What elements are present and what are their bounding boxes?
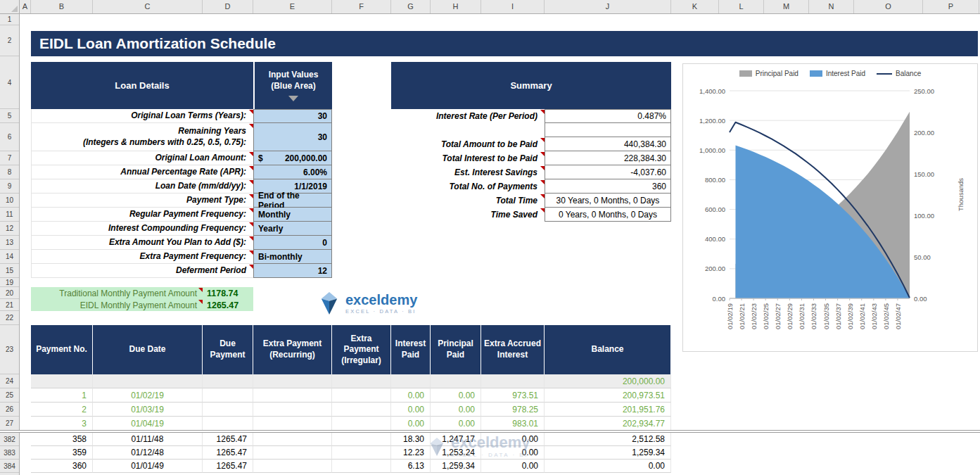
dropdown-arrow-icon[interactable] xyxy=(288,96,298,101)
summary-value[interactable]: 440,384.30 xyxy=(545,137,671,151)
row-header-22[interactable]: 22 xyxy=(0,311,19,325)
summary-value[interactable]: 0 Years, 0 Months, 0 Days xyxy=(545,208,671,222)
table-cell[interactable]: 0.00 xyxy=(481,446,545,460)
table-cell[interactable]: 200,000.00 xyxy=(545,374,671,388)
table-header-principal-paid[interactable]: Principal Paid xyxy=(431,325,481,374)
table-cell[interactable] xyxy=(203,374,253,388)
loan-detail-input[interactable]: Bi-monthly xyxy=(253,250,332,264)
table-header-interest-paid[interactable]: Interest Paid xyxy=(391,325,431,374)
summary-value[interactable] xyxy=(545,123,671,137)
table-cell[interactable] xyxy=(332,388,391,403)
summary-value[interactable]: 360 xyxy=(545,179,671,194)
table-cell[interactable]: 6.13 xyxy=(391,460,431,473)
table-header-payment-no-[interactable]: Payment No. xyxy=(31,325,93,374)
table-cell[interactable] xyxy=(253,433,332,446)
table-cell[interactable]: 0.00 xyxy=(431,388,481,403)
column-header-o[interactable]: O xyxy=(854,0,923,13)
table-cell[interactable] xyxy=(391,374,431,388)
row-header-13[interactable]: 13 xyxy=(0,236,19,250)
table-cell[interactable]: 358 xyxy=(31,433,93,446)
table-cell[interactable]: 201,951.76 xyxy=(545,403,671,417)
table-cell[interactable]: 0.00 xyxy=(431,403,481,417)
row-header-14[interactable]: 14 xyxy=(0,250,19,264)
column-header-l[interactable]: L xyxy=(719,0,764,13)
table-cell[interactable]: 360 xyxy=(31,460,93,473)
row-header-26[interactable]: 26 xyxy=(0,403,19,417)
table-cell[interactable]: 1,259.34 xyxy=(545,446,671,460)
row-header-12[interactable]: 12 xyxy=(0,222,19,236)
table-cell[interactable]: 2 xyxy=(31,403,93,417)
column-header-e[interactable]: E xyxy=(253,0,332,13)
column-header-n[interactable]: N xyxy=(809,0,854,13)
summary-value[interactable]: -4,037.60 xyxy=(545,165,671,179)
table-cell[interactable]: 0.00 xyxy=(391,388,431,403)
table-cell[interactable] xyxy=(431,374,481,388)
column-header-h[interactable]: H xyxy=(431,0,481,13)
monthly-payment-value[interactable]: 1265.47 xyxy=(203,299,253,311)
row-header-23[interactable]: 23 xyxy=(0,325,19,374)
table-cell[interactable]: 3 xyxy=(31,417,93,431)
table-cell[interactable]: 978.25 xyxy=(481,403,545,417)
table-cell[interactable] xyxy=(31,374,93,388)
table-cell[interactable]: 359 xyxy=(31,446,93,460)
row-header-9[interactable]: 9 xyxy=(0,179,19,194)
row-header-20[interactable]: 20 xyxy=(0,287,19,299)
table-cell[interactable]: 1,259.34 xyxy=(431,460,481,473)
summary-value[interactable]: 228,384.30 xyxy=(545,151,671,165)
table-cell[interactable]: 200,973.51 xyxy=(545,388,671,403)
table-cell[interactable] xyxy=(253,403,332,417)
table-cell[interactable]: 01/01/49 xyxy=(93,460,203,473)
table-cell[interactable]: 0.00 xyxy=(391,403,431,417)
column-header-g[interactable]: G xyxy=(391,0,431,13)
loan-detail-input[interactable]: Yearly xyxy=(253,222,332,236)
row-header-15[interactable]: 15 xyxy=(0,264,19,278)
row-header-27[interactable]: 27 xyxy=(0,417,19,431)
table-header-balance[interactable]: Balance xyxy=(545,325,671,374)
table-cell[interactable]: 01/04/19 xyxy=(93,417,203,431)
select-all-corner[interactable] xyxy=(0,0,20,14)
table-cell[interactable] xyxy=(253,460,332,473)
table-cell[interactable] xyxy=(332,374,391,388)
amortization-chart[interactable]: Principal PaidInterest PaidBalance 0.002… xyxy=(682,63,978,352)
table-cell[interactable] xyxy=(332,446,391,460)
row-header-24[interactable]: 24 xyxy=(0,374,19,388)
table-cell[interactable]: 1,253.24 xyxy=(431,446,481,460)
table-cell[interactable]: 0.00 xyxy=(481,460,545,473)
row-header-384[interactable]: 384 xyxy=(0,460,19,473)
table-cell[interactable]: 0.00 xyxy=(431,417,481,431)
column-header-m[interactable]: M xyxy=(764,0,809,13)
loan-detail-input[interactable]: 30 xyxy=(253,123,332,151)
table-cell[interactable] xyxy=(203,403,253,417)
row-header-382[interactable]: 382 xyxy=(0,433,19,446)
loan-detail-input[interactable]: 6.00% xyxy=(253,165,332,179)
table-header-extra-payment-irregular-[interactable]: Extra Payment (Irregular) xyxy=(332,325,391,374)
table-cell[interactable]: 0.00 xyxy=(481,433,545,446)
row-header-19[interactable]: 19 xyxy=(0,278,19,287)
row-header-6[interactable]: 6 xyxy=(0,123,19,151)
column-header-p[interactable]: P xyxy=(923,0,979,13)
row-header-7[interactable]: 7 xyxy=(0,151,19,165)
loan-detail-input[interactable]: $200,000.00 xyxy=(253,151,332,165)
summary-value[interactable]: 30 Years, 0 Months, 0 Days xyxy=(545,194,671,208)
table-cell[interactable]: 973.51 xyxy=(481,388,545,403)
column-header-i[interactable]: I xyxy=(481,0,545,13)
monthly-payment-value[interactable]: 1178.74 xyxy=(203,287,253,299)
summary-value[interactable]: 0.487% xyxy=(545,109,671,123)
row-header-25[interactable]: 25 xyxy=(0,388,19,403)
row-header-10[interactable]: 10 xyxy=(0,194,19,208)
table-cell[interactable] xyxy=(253,417,332,431)
table-cell[interactable] xyxy=(253,388,332,403)
table-cell[interactable]: 0.00 xyxy=(391,417,431,431)
table-cell[interactable]: 01/02/19 xyxy=(93,388,203,403)
column-header-b[interactable]: B xyxy=(31,0,93,13)
loan-detail-input[interactable]: 0 xyxy=(253,236,332,250)
table-cell[interactable]: 01/11/48 xyxy=(93,433,203,446)
table-cell[interactable] xyxy=(481,374,545,388)
table-header-extra-payment-recurring-[interactable]: Extra Payment (Recurring) xyxy=(253,325,332,374)
table-cell[interactable]: 983.01 xyxy=(481,417,545,431)
row-header-383[interactable]: 383 xyxy=(0,446,19,460)
loan-detail-input[interactable]: 30 xyxy=(253,109,332,123)
table-cell[interactable]: 01/03/19 xyxy=(93,403,203,417)
table-cell[interactable] xyxy=(332,417,391,431)
table-cell[interactable]: 0.00 xyxy=(545,460,671,473)
